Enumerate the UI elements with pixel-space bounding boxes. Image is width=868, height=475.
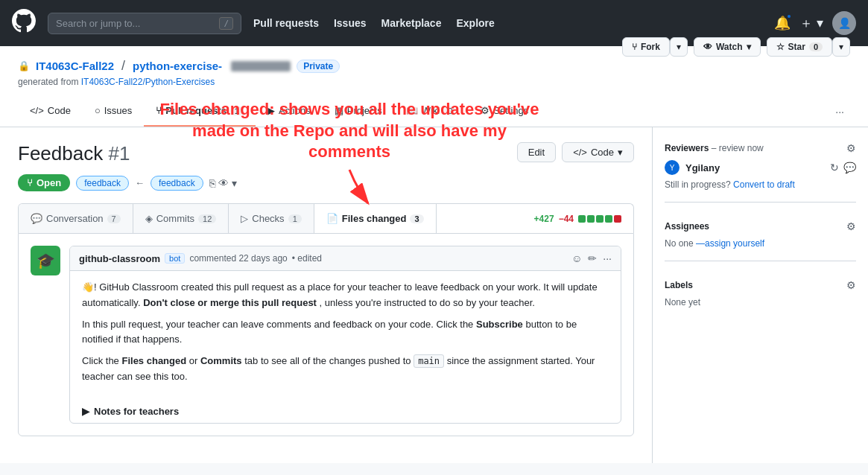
repo-header: 🔒 IT4063C-Fall22 / python-exercise- Priv… xyxy=(0,46,868,127)
files-icon: 📄 xyxy=(326,213,338,224)
convert-to-draft-link[interactable]: Convert to draft xyxy=(733,179,795,190)
repo-owner-link[interactable]: IT4063C-Fall22 xyxy=(36,60,114,72)
fork-button[interactable]: ⑂ Fork xyxy=(622,37,670,57)
comment-para-2: In this pull request, your teacher can l… xyxy=(82,317,609,348)
code-icon: </> xyxy=(30,105,44,116)
eye-branch-icon[interactable]: 👁 xyxy=(218,177,229,189)
nav-links: Pull requests Issues Marketplace Explore xyxy=(253,17,762,29)
code-pr-button[interactable]: </> Code ▾ xyxy=(562,142,634,162)
search-box[interactable]: Search or jump to... / xyxy=(48,13,241,34)
comment-para-3: Click the Files changed or Commits tab t… xyxy=(82,354,609,385)
tab-commits[interactable]: ◈ Commits 12 xyxy=(133,204,229,233)
tab-issues[interactable]: ○ Issues xyxy=(83,96,144,127)
assignees-section: Assignees ⚙ No one —assign yourself xyxy=(665,220,856,261)
branch-more-icon[interactable]: ▾ xyxy=(232,177,237,189)
pr-open-icon: ⑂ xyxy=(27,177,33,188)
commenter-avatar: 🎓 xyxy=(31,246,60,275)
conversation-area: 🎓 github-classroom bot commented 22 days… xyxy=(18,233,634,436)
new-item-button[interactable]: ＋ ▾ xyxy=(799,14,823,32)
settings-icon: ⚙ xyxy=(481,105,490,116)
assignees-gear-icon[interactable]: ⚙ xyxy=(846,220,856,232)
reviewers-header: Reviewers – review now ⚙ xyxy=(665,142,856,154)
code-bracket-icon: </> xyxy=(573,147,587,158)
pr-title-row: Feedback #1 Edit </> Code ▾ xyxy=(18,142,634,165)
more-options-icon[interactable]: ··· xyxy=(603,252,612,264)
bot-badge: bot xyxy=(165,253,185,264)
branch-action-icons[interactable]: ⎘ 👁 ▾ xyxy=(209,177,237,189)
comment-content: github-classroom bot commented 22 days a… xyxy=(69,246,621,424)
pr-number: #1 xyxy=(108,142,130,165)
eye-icon: 👁 xyxy=(703,42,712,52)
tab-wiki[interactable]: 📖 Wiki 0 xyxy=(394,96,469,127)
copy-icon[interactable]: ⎘ xyxy=(209,177,215,189)
bar-5 xyxy=(614,215,621,223)
nav-marketplace[interactable]: Marketplace xyxy=(381,17,442,29)
fork-dropdown[interactable]: ▾ xyxy=(670,37,688,57)
notes-toggle[interactable]: ▶ Notes for teachers xyxy=(70,400,621,423)
edit-pr-button[interactable]: Edit xyxy=(517,142,556,162)
reviewer-row: Y Ygilany ↻ 💬 xyxy=(665,160,856,175)
watch-button[interactable]: 👁 Watch ▾ xyxy=(694,37,761,57)
tab-actions[interactable]: ▶ Actions xyxy=(256,96,323,127)
bar-3 xyxy=(596,215,604,223)
generated-from: generated from IT4063C-Fall22/Python-Exe… xyxy=(18,77,340,87)
star-button[interactable]: ☆ Star 0 xyxy=(767,37,832,57)
comment-edited[interactable]: • edited xyxy=(292,253,322,264)
comment-body: 👋! GitHub Classroom created this pull re… xyxy=(70,271,621,400)
user-avatar[interactable]: 👤 xyxy=(832,11,856,35)
comment-actions[interactable]: ☺ ✏ ··· xyxy=(571,252,612,264)
repo-actions: ⑂ Fork ▾ 👁 Watch ▾ ☆ Star 0 ▾ xyxy=(622,37,850,57)
actions-icon: ▶ xyxy=(267,105,275,116)
search-shortcut: / xyxy=(219,17,233,30)
pr-tabs-wrapper: 💬 Conversation 7 ◈ Commits 12 ▷ Checks 1 xyxy=(18,203,634,233)
additions-stat: +427 xyxy=(534,214,554,224)
assign-yourself-link[interactable]: —assign yourself xyxy=(696,238,764,249)
nav-pull-requests[interactable]: Pull requests xyxy=(253,17,319,29)
reviewers-gear-icon[interactable]: ⚙ xyxy=(846,142,856,154)
checks-icon: ▷ xyxy=(241,213,248,224)
code-main: main xyxy=(414,354,444,368)
tab-pull-requests[interactable]: ⑂ Pull requests 1 xyxy=(144,96,256,127)
notification-bell[interactable]: 🔔 xyxy=(774,15,791,31)
notification-dot xyxy=(786,13,792,19)
from-branch-badge: feedback xyxy=(151,176,203,191)
comment-author: github-classroom xyxy=(79,253,160,264)
pr-title: Feedback #1 xyxy=(18,142,130,165)
reviewer-actions[interactable]: ↻ 💬 xyxy=(830,162,856,173)
fork-icon: ⑂ xyxy=(632,42,637,52)
comment-time: commented 22 days ago xyxy=(189,253,287,264)
tab-checks[interactable]: ▷ Checks 1 xyxy=(229,204,314,233)
issues-icon: ○ xyxy=(95,105,101,116)
generated-from-link[interactable]: IT4063C-Fall22/Python-Exercises xyxy=(81,77,215,87)
repo-name-link[interactable]: python-exercise- xyxy=(133,60,222,72)
repo-separator: / xyxy=(121,58,125,74)
emoji-icon[interactable]: ☺ xyxy=(571,252,582,264)
nav-explore[interactable]: Explore xyxy=(456,17,494,29)
pr-sidebar: Reviewers – review now ⚙ Y Ygilany ↻ 💬 S… xyxy=(652,127,868,463)
repo-title-row: 🔒 IT4063C-Fall22 / python-exercise- Priv… xyxy=(18,58,340,74)
edit-comment-icon[interactable]: ✏ xyxy=(588,252,597,264)
reviewer-name: Ygilany xyxy=(685,162,720,173)
bar-1 xyxy=(578,215,586,223)
no-labels: None yet xyxy=(665,297,856,307)
pr-content-row: Feedback #1 Edit </> Code ▾ ⑂ Open feedb… xyxy=(0,127,868,463)
tab-conversation[interactable]: 💬 Conversation 7 xyxy=(19,204,133,233)
labels-title: Labels xyxy=(665,280,693,290)
tab-projects[interactable]: ▦ Projects xyxy=(323,96,394,127)
reviewers-title: Reviewers – review now xyxy=(665,143,764,153)
tab-files-changed[interactable]: 📄 Files changed 3 xyxy=(314,204,437,233)
re-request-icon[interactable]: ↻ xyxy=(830,162,839,173)
comment-reviewer-icon[interactable]: 💬 xyxy=(843,162,856,173)
pr-icon: ⑂ xyxy=(156,105,162,116)
star-icon: ☆ xyxy=(776,42,785,52)
labels-gear-icon[interactable]: ⚙ xyxy=(846,279,856,291)
more-nav-icon[interactable]: ··· xyxy=(829,97,850,127)
github-logo[interactable] xyxy=(12,9,36,37)
tab-settings[interactable]: ⚙ Settings xyxy=(469,96,540,127)
tab-code[interactable]: </> Code xyxy=(18,96,83,127)
pr-title-actions: Edit </> Code ▾ xyxy=(517,142,634,162)
star-dropdown[interactable]: ▾ xyxy=(832,37,850,57)
assignees-title: Assignees xyxy=(665,221,709,232)
no-assignee: No one —assign yourself xyxy=(665,238,856,249)
nav-issues[interactable]: Issues xyxy=(334,17,367,29)
